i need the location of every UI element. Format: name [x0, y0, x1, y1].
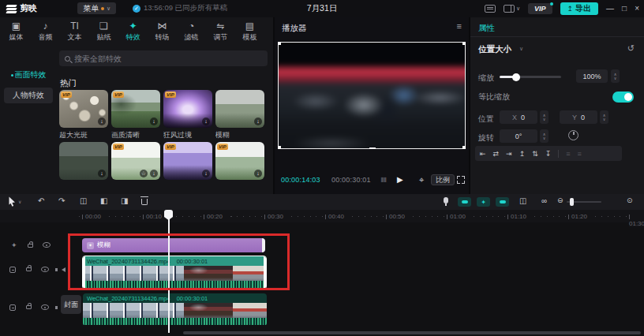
- effect-card[interactable]: VIP ↓: [163, 142, 212, 180]
- rotation-dial-icon[interactable]: [568, 130, 578, 140]
- tab-transition[interactable]: ⋈转场: [148, 17, 177, 47]
- rotation-field[interactable]: 0°: [500, 129, 537, 143]
- download-icon[interactable]: ↓: [98, 170, 106, 177]
- scale-slider-knob[interactable]: [512, 73, 520, 81]
- video-clip-selected[interactable]: WeChat_20240731134426.mp4 00:00:30:01: [82, 256, 267, 289]
- lock-icon[interactable]: [28, 244, 33, 248]
- trim-left-icon[interactable]: ◧: [100, 196, 107, 205]
- effect-card-clarity[interactable]: VIP ↓: [111, 90, 160, 128]
- split-view-icon[interactable]: ◫: [519, 196, 526, 205]
- tab-sticker[interactable]: ❏贴纸: [89, 17, 118, 47]
- export-button[interactable]: ↥ 导出: [560, 2, 599, 15]
- timeline-scrollbar[interactable]: [183, 331, 641, 334]
- delete-icon[interactable]: [141, 199, 148, 205]
- stepper-down-icon[interactable]: ∨: [614, 77, 617, 80]
- download-icon[interactable]: ↓: [150, 170, 158, 177]
- sidebar-item-character-effects[interactable]: 人物特效: [4, 88, 53, 103]
- uniform-scale-toggle[interactable]: [612, 91, 634, 103]
- video-clip-main[interactable]: WeChat_20240731134426.mp4 00:00:30:01: [83, 293, 267, 326]
- scale-stepper[interactable]: ∧ ∨: [611, 69, 620, 83]
- focus-tracking-icon[interactable]: ⌖: [419, 175, 424, 185]
- position-y-field[interactable]: Y0: [560, 110, 597, 124]
- cover-button[interactable]: 封面: [61, 295, 81, 314]
- pause-icon[interactable]: ▮▮: [380, 176, 386, 183]
- download-icon[interactable]: ↓: [202, 170, 210, 177]
- record-voiceover-icon[interactable]: [444, 197, 448, 203]
- align-bottom-icon[interactable]: ↧: [545, 150, 552, 158]
- effect-card[interactable]: VIP ↓: [215, 142, 264, 180]
- resize-handle-bl[interactable]: [278, 146, 281, 149]
- visibility-icon[interactable]: [41, 304, 49, 310]
- timeline-zoom-out-icon[interactable]: ⊖: [557, 196, 564, 204]
- tab-media[interactable]: ▣媒体: [2, 17, 31, 47]
- align-top-icon[interactable]: ↥: [519, 150, 526, 158]
- search-input[interactable]: [74, 54, 262, 63]
- resize-handle-br[interactable]: [462, 146, 466, 149]
- scale-value[interactable]: 100%: [576, 69, 608, 83]
- timeline-zoom-knob[interactable]: [570, 198, 574, 206]
- download-icon[interactable]: ↓: [98, 118, 106, 125]
- preview-video[interactable]: [278, 42, 466, 149]
- tab-text[interactable]: TI文本: [60, 17, 89, 47]
- close-button[interactable]: ×: [635, 0, 639, 17]
- trim-right-icon[interactable]: ◨: [121, 196, 128, 205]
- ratio-button[interactable]: 比例: [431, 174, 455, 185]
- position-x-stepper[interactable]: ∧∨: [540, 110, 549, 124]
- linkage-icon[interactable]: [496, 197, 509, 207]
- reset-icon[interactable]: ↺: [627, 43, 635, 54]
- menu-button[interactable]: 菜单 ∨: [77, 2, 116, 14]
- sidebar-item-screen-effects[interactable]: 画面特效: [4, 67, 53, 83]
- download-icon[interactable]: ↓: [150, 118, 158, 125]
- tab-template[interactable]: ▤模板: [235, 17, 264, 47]
- align-right-icon[interactable]: ⇥: [506, 150, 512, 158]
- redo-icon[interactable]: ↷: [58, 196, 65, 205]
- download-icon[interactable]: ↓: [254, 118, 262, 125]
- effect-card-blur[interactable]: ↓: [215, 90, 264, 128]
- align-h-center-icon[interactable]: ⇄: [493, 150, 500, 158]
- select-tool-caret[interactable]: ∨: [18, 199, 21, 204]
- effect-card[interactable]: VIP ☆ ↓: [111, 142, 160, 180]
- fullscreen-icon[interactable]: [457, 176, 465, 184]
- resize-handle-bottom[interactable]: [369, 147, 376, 149]
- resize-handle-tr[interactable]: [462, 42, 466, 45]
- playhead-line[interactable]: [168, 210, 170, 333]
- layout-switch-button[interactable]: ∨: [504, 5, 520, 13]
- timeline-zoom-slider[interactable]: [567, 201, 601, 203]
- align-v-center-icon[interactable]: ⇅: [532, 150, 538, 158]
- tab-filter[interactable]: ◔滤镜: [177, 17, 206, 47]
- download-icon[interactable]: ↓: [254, 170, 262, 177]
- split-icon[interactable]: ◫: [80, 196, 87, 205]
- effect-clip-blur[interactable]: ✦ 模糊: [82, 238, 265, 252]
- play-button[interactable]: ▶: [397, 175, 403, 184]
- timeline-zoom-fit-icon[interactable]: ⊙: [627, 196, 633, 204]
- tab-audio[interactable]: ♪音频: [31, 17, 60, 47]
- visibility-icon[interactable]: [41, 267, 49, 272]
- visibility-icon[interactable]: [43, 242, 51, 248]
- preview-axis-icon[interactable]: ∞: [541, 196, 547, 205]
- align-left-icon[interactable]: ⇤: [480, 150, 486, 158]
- resize-handle-tl[interactable]: [278, 42, 281, 45]
- vip-badge[interactable]: VIP: [528, 3, 552, 14]
- select-tool-icon[interactable]: [8, 196, 17, 207]
- favorite-star-icon[interactable]: ☆: [140, 170, 148, 177]
- player-menu-icon[interactable]: ≡: [457, 21, 462, 31]
- mute-icon[interactable]: [62, 267, 66, 272]
- timeline-ruler[interactable]: 00:00 00:10 00:20 00:30 00:40 00:50 01:0…: [0, 210, 644, 222]
- position-y-stepper[interactable]: ∧∨: [600, 110, 608, 124]
- scale-slider[interactable]: [500, 76, 561, 78]
- section-position-size[interactable]: 位置大小: [478, 44, 511, 55]
- effect-card-storm[interactable]: VIP ↓: [163, 90, 212, 128]
- tab-adjust[interactable]: ⇋调节: [206, 17, 235, 47]
- position-x-field[interactable]: X0: [500, 110, 537, 124]
- rotation-stepper[interactable]: ∧∨: [540, 129, 549, 143]
- effect-card-bokeh[interactable]: VIP ↓: [59, 90, 108, 128]
- lock-icon[interactable]: [26, 267, 32, 271]
- download-icon[interactable]: ↓: [202, 118, 210, 125]
- auto-snap-icon[interactable]: ✦: [477, 197, 490, 207]
- keyboard-shortcuts-icon[interactable]: [485, 5, 496, 13]
- undo-icon[interactable]: ↶: [38, 196, 44, 205]
- tab-effects[interactable]: ✦特效: [118, 17, 148, 47]
- lock-icon[interactable]: [26, 305, 32, 309]
- minimize-button[interactable]: —: [606, 0, 614, 17]
- effect-card[interactable]: ↓: [59, 142, 108, 180]
